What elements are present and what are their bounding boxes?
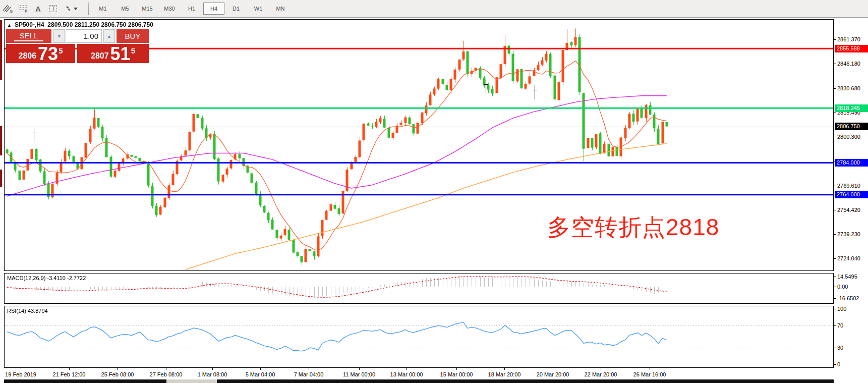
time-tickmark — [650, 368, 650, 370]
time-tickmark — [118, 368, 118, 370]
market-watch-edge — [0, 126, 2, 155]
axis-tickmark — [833, 113, 836, 113]
svg-text:F: F — [25, 9, 27, 14]
time-tickmark — [407, 368, 407, 370]
volume-decrease-stepper[interactable]: ▼ — [53, 29, 65, 43]
buy-price-box[interactable]: 2807515 — [77, 44, 149, 63]
svg-text:E: E — [10, 9, 13, 14]
time-label: 25 Feb 08:00 — [101, 371, 134, 377]
price-badge: 2764.000 — [835, 191, 868, 198]
price-tick: 2769.610 — [837, 183, 860, 189]
axis-tickmark — [833, 287, 836, 287]
timeframe-button-H4[interactable]: H4 — [203, 3, 224, 15]
rsi-tick: 0 — [837, 361, 840, 367]
time-label: 15 Mar 00:00 — [440, 371, 473, 377]
rsi-tick: 70 — [837, 322, 843, 329]
time-label: 21 Feb 12:00 — [53, 371, 86, 377]
rsi-canvas[interactable] — [5, 306, 833, 367]
sell-underline — [14, 40, 43, 41]
time-tickmark — [504, 368, 505, 370]
time-label: 27 Feb 08:00 — [150, 371, 183, 377]
time-tickmark — [359, 368, 360, 370]
horizontal-scrollbar[interactable] — [4, 379, 834, 383]
time-tickmark — [21, 368, 21, 370]
rsi-label: RSI(14) 43.8794 — [7, 308, 48, 314]
chart-text-annotation: 多空转折点2818 — [547, 212, 719, 243]
time-tickmark — [553, 368, 553, 370]
axis-tickmark — [833, 325, 836, 326]
macd-tick: 0.00 — [837, 284, 848, 290]
axis-tickmark — [833, 298, 836, 299]
chart-title: ▲SP500-,H4 2809.500 2811.250 2806.750 28… — [7, 21, 153, 28]
grid-dots-icon[interactable]: F — [16, 2, 30, 15]
price-tick: 2861.370 — [837, 36, 860, 42]
price-tick: 2800.300 — [837, 134, 860, 140]
axis-tickmark — [833, 88, 836, 89]
time-label: 7 Mar 04:00 — [294, 371, 324, 377]
time-tickmark — [166, 368, 166, 370]
draw-hatch-icon[interactable]: E — [1, 2, 15, 15]
timeframe-button-M1[interactable]: M1 — [92, 3, 113, 15]
timeframe-button-W1[interactable]: W1 — [248, 3, 269, 15]
price-badge: 2818.245 — [835, 104, 868, 112]
macd-label: MACD(12,26,9) -3.4110 -2.7722 — [7, 275, 86, 281]
scrollbar-thumb[interactable] — [166, 379, 217, 383]
timeframe-button-M30[interactable]: M30 — [159, 3, 180, 15]
price-tick: 2846.180 — [837, 61, 860, 67]
axis-tickmark — [833, 258, 836, 259]
time-tickmark — [212, 368, 213, 370]
time-tickmark — [456, 368, 457, 370]
time-label: 18 Mar 20:00 — [488, 371, 521, 377]
market-watch-edge — [0, 20, 2, 80]
time-tickmark — [260, 368, 261, 370]
text-a-icon[interactable]: A — [31, 2, 45, 15]
time-label: 11 Mar 00:00 — [343, 371, 375, 377]
rsi-tick: 100 — [837, 306, 846, 312]
time-label: 20 Mar 20:00 — [537, 371, 569, 377]
price-tick: 2830.680 — [837, 85, 860, 91]
volume-input[interactable] — [66, 29, 102, 43]
trading-terminal-window: E F A T M1M5M15M30H1H4D1 — [0, 0, 868, 383]
time-label: 1 Mar 08:00 — [198, 371, 227, 377]
ohlc-values: 2809.500 2811.250 2806.750 2806.750 — [47, 21, 153, 28]
timeframe-button-M5[interactable]: M5 — [114, 3, 136, 15]
timeframe-button-MN[interactable]: MN — [270, 3, 291, 15]
price-badge: 2806.750 — [835, 123, 868, 130]
axis-tickmark — [833, 277, 836, 277]
time-label: 22 Mar 20:00 — [585, 371, 617, 377]
symbol-period-label: SP500-,H4 — [15, 21, 44, 28]
timeframe-button-group: M1M5M15M30H1H4D1W1MN — [92, 3, 292, 15]
axis-tickmark — [833, 234, 836, 235]
buy-button[interactable]: BUY — [117, 29, 149, 43]
axis-tickmark — [833, 364, 836, 365]
axis-tickmark — [833, 210, 836, 210]
axis-tickmark — [833, 348, 836, 348]
time-tickmark — [69, 368, 70, 370]
macd-canvas[interactable] — [5, 273, 833, 303]
collapse-triangle-icon[interactable]: ▲ — [7, 23, 12, 28]
axis-tickmark — [833, 309, 836, 309]
price-badge: 2855.588 — [835, 45, 868, 52]
timeframe-button-D1[interactable]: D1 — [225, 3, 247, 15]
price-tick: 2754.420 — [837, 207, 860, 213]
volume-increase-stepper[interactable]: ▲ — [103, 29, 115, 43]
timeframe-button-H1[interactable]: H1 — [181, 3, 202, 15]
market-watch-edge — [0, 170, 2, 187]
macd-tick: 14.5495 — [837, 273, 857, 280]
timeframe-button-M15[interactable]: M15 — [137, 3, 158, 15]
text-box-icon[interactable]: T — [46, 2, 61, 15]
time-label: 5 Mar 04:00 — [246, 371, 275, 377]
axis-tickmark — [833, 186, 836, 186]
time-label: 19 Feb 2019 — [5, 371, 36, 377]
time-label: 26 Mar 16:00 — [633, 371, 666, 377]
time-label: 13 Mar 00:00 — [390, 371, 423, 377]
time-tickmark — [601, 368, 601, 370]
price-badge: 2784.000 — [835, 159, 868, 167]
axis-tickmark — [833, 39, 836, 40]
sell-price-box[interactable]: 2806735 — [6, 44, 75, 63]
price-tick: 2739.230 — [837, 231, 860, 237]
sell-button[interactable]: SELL — [6, 29, 51, 43]
time-tickmark — [309, 368, 309, 370]
arrows-objects-icon[interactable] — [61, 2, 81, 15]
rsi-tick: 30 — [837, 345, 843, 351]
